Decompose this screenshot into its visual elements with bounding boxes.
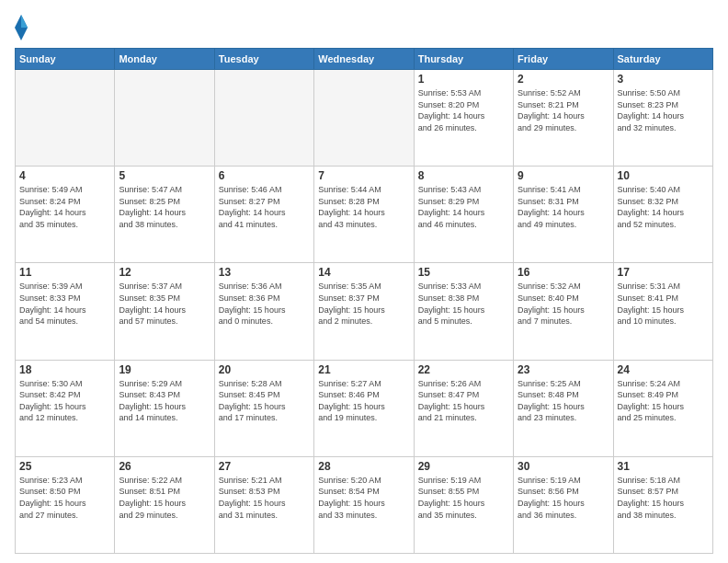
calendar-week-row: 25Sunrise: 5:23 AM Sunset: 8:50 PM Dayli… — [16, 456, 713, 553]
calendar-week-row: 18Sunrise: 5:30 AM Sunset: 8:42 PM Dayli… — [16, 360, 713, 456]
day-info: Sunrise: 5:22 AM Sunset: 8:51 PM Dayligh… — [119, 475, 210, 521]
day-number: 7 — [318, 169, 409, 182]
day-info: Sunrise: 5:30 AM Sunset: 8:42 PM Dayligh… — [19, 378, 110, 424]
weekday-header-tuesday: Tuesday — [214, 49, 313, 70]
calendar-week-row: 1Sunrise: 5:53 AM Sunset: 8:20 PM Daylig… — [16, 70, 713, 167]
day-info: Sunrise: 5:50 AM Sunset: 8:23 PM Dayligh… — [618, 87, 709, 133]
day-info: Sunrise: 5:40 AM Sunset: 8:32 PM Dayligh… — [618, 184, 709, 230]
day-info: Sunrise: 5:31 AM Sunset: 8:41 PM Dayligh… — [618, 281, 709, 327]
day-info: Sunrise: 5:19 AM Sunset: 8:56 PM Dayligh… — [518, 475, 609, 521]
calendar-cell: 9Sunrise: 5:41 AM Sunset: 8:31 PM Daylig… — [514, 167, 613, 263]
weekday-header-thursday: Thursday — [414, 49, 513, 70]
day-number: 1 — [418, 73, 509, 86]
calendar-cell — [314, 70, 414, 167]
calendar-cell: 19Sunrise: 5:29 AM Sunset: 8:43 PM Dayli… — [115, 360, 214, 456]
day-info: Sunrise: 5:41 AM Sunset: 8:31 PM Dayligh… — [518, 184, 609, 230]
weekday-header-friday: Friday — [514, 49, 613, 70]
page: SundayMondayTuesdayWednesdayThursdayFrid… — [0, 0, 728, 563]
calendar-cell: 6Sunrise: 5:46 AM Sunset: 8:27 PM Daylig… — [214, 167, 313, 263]
day-info: Sunrise: 5:37 AM Sunset: 8:35 PM Dayligh… — [119, 281, 210, 327]
day-number: 11 — [19, 266, 110, 279]
day-number: 9 — [518, 169, 609, 182]
day-info: Sunrise: 5:27 AM Sunset: 8:46 PM Dayligh… — [318, 378, 409, 424]
calendar-cell: 14Sunrise: 5:35 AM Sunset: 8:37 PM Dayli… — [314, 263, 414, 360]
calendar-cell: 15Sunrise: 5:33 AM Sunset: 8:38 PM Dayli… — [414, 263, 513, 360]
day-number: 17 — [618, 266, 709, 279]
day-number: 15 — [418, 266, 509, 279]
calendar-cell — [16, 70, 115, 167]
day-info: Sunrise: 5:49 AM Sunset: 8:24 PM Dayligh… — [19, 184, 110, 230]
day-info: Sunrise: 5:44 AM Sunset: 8:28 PM Dayligh… — [318, 184, 409, 230]
calendar-cell: 18Sunrise: 5:30 AM Sunset: 8:42 PM Dayli… — [16, 360, 115, 456]
calendar-cell: 12Sunrise: 5:37 AM Sunset: 8:35 PM Dayli… — [115, 263, 214, 360]
calendar-week-row: 4Sunrise: 5:49 AM Sunset: 8:24 PM Daylig… — [16, 167, 713, 263]
day-number: 24 — [618, 363, 709, 376]
calendar-cell: 1Sunrise: 5:53 AM Sunset: 8:20 PM Daylig… — [414, 70, 513, 167]
calendar-cell: 5Sunrise: 5:47 AM Sunset: 8:25 PM Daylig… — [115, 167, 214, 263]
weekday-header-row: SundayMondayTuesdayWednesdayThursdayFrid… — [16, 49, 713, 70]
day-number: 21 — [318, 363, 409, 376]
day-info: Sunrise: 5:32 AM Sunset: 8:40 PM Dayligh… — [518, 281, 609, 327]
calendar-cell: 23Sunrise: 5:25 AM Sunset: 8:48 PM Dayli… — [514, 360, 613, 456]
day-info: Sunrise: 5:43 AM Sunset: 8:29 PM Dayligh… — [418, 184, 509, 230]
day-info: Sunrise: 5:21 AM Sunset: 8:53 PM Dayligh… — [219, 475, 310, 521]
day-info: Sunrise: 5:36 AM Sunset: 8:36 PM Dayligh… — [219, 281, 310, 327]
weekday-header-sunday: Sunday — [16, 49, 115, 70]
calendar-table: SundayMondayTuesdayWednesdayThursdayFrid… — [15, 48, 713, 554]
day-info: Sunrise: 5:39 AM Sunset: 8:33 PM Dayligh… — [19, 281, 110, 327]
svg-marker-1 — [21, 15, 28, 28]
day-number: 3 — [618, 73, 709, 86]
calendar-cell: 11Sunrise: 5:39 AM Sunset: 8:33 PM Dayli… — [16, 263, 115, 360]
weekday-header-monday: Monday — [115, 49, 214, 70]
day-number: 28 — [318, 460, 409, 473]
day-number: 5 — [119, 169, 210, 182]
day-number: 4 — [19, 169, 110, 182]
day-number: 10 — [618, 169, 709, 182]
calendar-cell: 3Sunrise: 5:50 AM Sunset: 8:23 PM Daylig… — [613, 70, 712, 167]
day-number: 29 — [418, 460, 509, 473]
day-number: 8 — [418, 169, 509, 182]
day-info: Sunrise: 5:25 AM Sunset: 8:48 PM Dayligh… — [518, 378, 609, 424]
day-number: 12 — [119, 266, 210, 279]
calendar-cell: 25Sunrise: 5:23 AM Sunset: 8:50 PM Dayli… — [16, 456, 115, 553]
calendar-cell: 4Sunrise: 5:49 AM Sunset: 8:24 PM Daylig… — [16, 167, 115, 263]
calendar-cell: 22Sunrise: 5:26 AM Sunset: 8:47 PM Dayli… — [414, 360, 513, 456]
day-number: 26 — [119, 460, 210, 473]
day-number: 31 — [618, 460, 709, 473]
calendar-cell: 10Sunrise: 5:40 AM Sunset: 8:32 PM Dayli… — [613, 167, 712, 263]
day-number: 22 — [418, 363, 509, 376]
day-number: 20 — [219, 363, 310, 376]
calendar-cell: 13Sunrise: 5:36 AM Sunset: 8:36 PM Dayli… — [214, 263, 313, 360]
day-info: Sunrise: 5:23 AM Sunset: 8:50 PM Dayligh… — [19, 475, 110, 521]
day-number: 18 — [19, 363, 110, 376]
calendar-cell: 16Sunrise: 5:32 AM Sunset: 8:40 PM Dayli… — [514, 263, 613, 360]
day-info: Sunrise: 5:26 AM Sunset: 8:47 PM Dayligh… — [418, 378, 509, 424]
calendar-cell: 30Sunrise: 5:19 AM Sunset: 8:56 PM Dayli… — [514, 456, 613, 553]
day-number: 16 — [518, 266, 609, 279]
day-info: Sunrise: 5:29 AM Sunset: 8:43 PM Dayligh… — [119, 378, 210, 424]
day-number: 30 — [518, 460, 609, 473]
calendar-cell: 29Sunrise: 5:19 AM Sunset: 8:55 PM Dayli… — [414, 456, 513, 553]
day-number: 14 — [318, 266, 409, 279]
day-info: Sunrise: 5:53 AM Sunset: 8:20 PM Dayligh… — [418, 87, 509, 133]
day-number: 27 — [219, 460, 310, 473]
weekday-header-saturday: Saturday — [613, 49, 712, 70]
calendar-cell: 20Sunrise: 5:28 AM Sunset: 8:45 PM Dayli… — [214, 360, 313, 456]
calendar-cell: 17Sunrise: 5:31 AM Sunset: 8:41 PM Dayli… — [613, 263, 712, 360]
calendar-cell: 26Sunrise: 5:22 AM Sunset: 8:51 PM Dayli… — [115, 456, 214, 553]
logo — [15, 15, 31, 40]
calendar-cell — [214, 70, 313, 167]
calendar-cell: 31Sunrise: 5:18 AM Sunset: 8:57 PM Dayli… — [613, 456, 712, 553]
day-info: Sunrise: 5:52 AM Sunset: 8:21 PM Dayligh… — [518, 87, 609, 133]
calendar-cell: 27Sunrise: 5:21 AM Sunset: 8:53 PM Dayli… — [214, 456, 313, 553]
day-info: Sunrise: 5:35 AM Sunset: 8:37 PM Dayligh… — [318, 281, 409, 327]
calendar-cell: 24Sunrise: 5:24 AM Sunset: 8:49 PM Dayli… — [613, 360, 712, 456]
day-info: Sunrise: 5:24 AM Sunset: 8:49 PM Dayligh… — [618, 378, 709, 424]
day-number: 2 — [518, 73, 609, 86]
header — [15, 15, 713, 40]
day-info: Sunrise: 5:47 AM Sunset: 8:25 PM Dayligh… — [119, 184, 210, 230]
day-number: 23 — [518, 363, 609, 376]
calendar-cell: 28Sunrise: 5:20 AM Sunset: 8:54 PM Dayli… — [314, 456, 414, 553]
calendar-cell: 21Sunrise: 5:27 AM Sunset: 8:46 PM Dayli… — [314, 360, 414, 456]
day-info: Sunrise: 5:28 AM Sunset: 8:45 PM Dayligh… — [219, 378, 310, 424]
